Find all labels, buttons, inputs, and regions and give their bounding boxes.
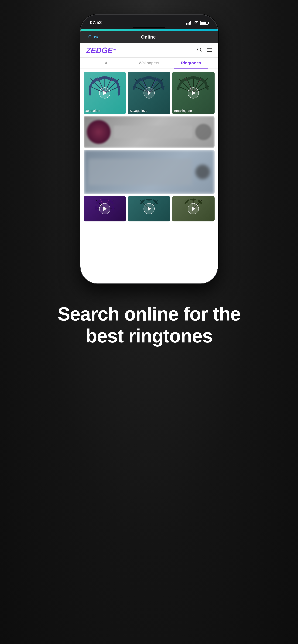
svg-point-78 (184, 199, 190, 204)
logo-tm: ™ (113, 49, 116, 52)
svg-point-62 (95, 199, 101, 204)
status-bar: 07:52 (80, 15, 218, 28)
page-wrapper: 07:52 (0, 0, 298, 644)
text-section: Search online for the best ringtones (39, 303, 260, 347)
svg-point-65 (112, 206, 114, 210)
svg-point-20 (117, 88, 120, 96)
tab-all[interactable]: All (86, 58, 128, 68)
blurred-large-row (84, 150, 215, 194)
dynamic-island-bar (80, 29, 218, 30)
battery-icon (200, 21, 208, 25)
item-label-savage-love: Savage love (130, 109, 147, 112)
tab-ringtones[interactable]: Ringtones (170, 58, 212, 68)
app-content: ZEDGE ™ (80, 43, 218, 222)
svg-point-72 (140, 199, 145, 204)
tab-wallpapers[interactable]: Wallpapers (128, 58, 170, 68)
phone-device: 07:52 (80, 14, 218, 284)
play-button-savage-love[interactable] (143, 88, 155, 98)
tabs-bar: All Wallpapers Ringtones (80, 58, 218, 69)
status-time: 07:52 (90, 20, 102, 25)
svg-line-1 (200, 51, 202, 52)
play-button-6[interactable] (188, 203, 199, 214)
grid-item-6[interactable] (172, 196, 215, 222)
volume-down-button (80, 94, 80, 110)
play-button-jerusalem[interactable] (99, 88, 110, 98)
grid-item-savage-love[interactable]: Savage love (128, 72, 170, 114)
wifi-icon (194, 20, 198, 25)
app-header: ZEDGE ™ (80, 43, 218, 58)
grid-item-jerusalem[interactable]: Jerusalem (84, 72, 126, 114)
svg-point-80 (197, 199, 203, 204)
svg-point-22 (89, 88, 91, 96)
nav-title: Online (141, 34, 156, 40)
svg-point-63 (102, 198, 108, 200)
play-button-4[interactable] (99, 203, 110, 214)
menu-icon[interactable] (207, 47, 212, 54)
item-label-breaking-me: Breaking Me (174, 109, 192, 112)
phone-screen: 07:52 (80, 15, 218, 284)
svg-point-66 (95, 206, 97, 210)
play-button-5[interactable] (143, 203, 155, 214)
close-button[interactable]: Close (88, 34, 100, 40)
grid-row-1: Jerusalem (84, 72, 215, 114)
main-headline: Search online for the best ringtones (58, 303, 241, 347)
grid-item-4[interactable] (84, 196, 126, 222)
promo-row (84, 116, 215, 148)
item-label-jerusalem: Jerusalem (85, 109, 100, 112)
notch-area (80, 28, 218, 29)
nav-bar: Close Online (80, 30, 218, 43)
svg-point-0 (198, 48, 201, 51)
volume-up-button (80, 75, 80, 91)
search-icon[interactable] (197, 47, 202, 54)
grid-item-5[interactable] (128, 196, 170, 222)
header-icons (197, 47, 212, 54)
svg-point-79 (190, 198, 196, 200)
zedge-logo: ZEDGE ™ (86, 46, 116, 55)
partial-grid-row (84, 196, 215, 222)
svg-point-74 (153, 199, 159, 204)
svg-point-73 (146, 198, 152, 200)
signal-icon (186, 21, 191, 24)
logo-text: ZEDGE (86, 46, 113, 55)
svg-point-64 (108, 199, 114, 204)
content-grid: Jerusalem (80, 69, 218, 222)
grid-item-breaking-me[interactable]: Breaking Me (172, 72, 215, 114)
status-icons (186, 20, 208, 25)
